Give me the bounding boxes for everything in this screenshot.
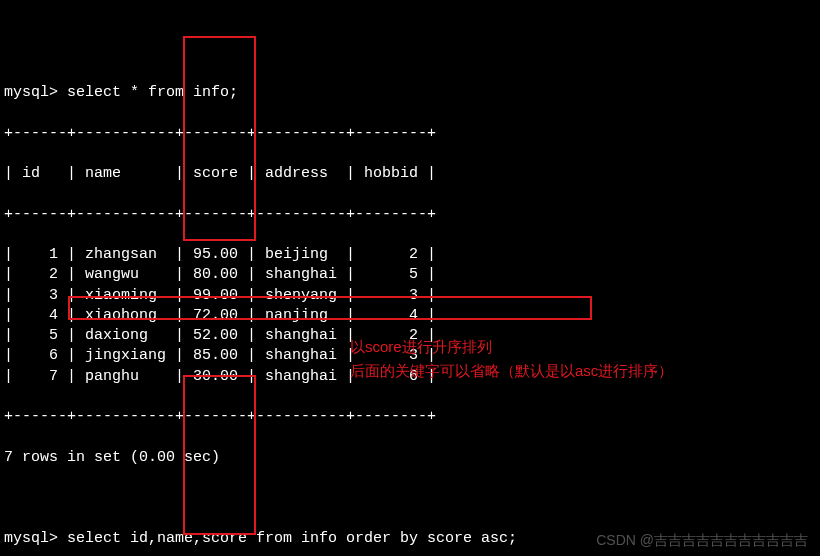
table-row: | 2 | wangwu | 80.00 | shanghai | 5 | — [4, 265, 820, 285]
blank-line — [4, 488, 820, 508]
query-line-1[interactable]: mysql> select * from info; — [4, 83, 820, 103]
table-row: | 3 | xiaoming | 99.00 | shenyang | 3 | — [4, 286, 820, 306]
table-separator: +------+-----------+-------+----------+-… — [4, 407, 820, 427]
table-row: | 4 | xiaohong | 72.00 | nanjing | 4 | — [4, 306, 820, 326]
annotation-text: 以score进行升序排列 后面的关键字可以省略（默认是以asc进行排序） — [350, 335, 770, 383]
table-row: | 1 | zhangsan | 95.00 | beijing | 2 | — [4, 245, 820, 265]
table-separator: +------+-----------+-------+----------+-… — [4, 205, 820, 225]
sql-query-2: select id,name,score from info order by … — [67, 530, 517, 547]
sql-query-1: select * from info; — [67, 84, 238, 101]
table-separator: +------+-----------+-------+----------+-… — [4, 124, 820, 144]
watermark: CSDN @吉吉吉吉吉吉吉吉吉吉吉 — [596, 531, 808, 550]
table-header-row-1: | id | name | score | address | hobbid | — [4, 164, 820, 184]
annotation-line-1: 以score进行升序排列 — [350, 335, 770, 359]
prompt: mysql> — [4, 530, 58, 547]
annotation-line-2: 后面的关键字可以省略（默认是以asc进行排序） — [350, 359, 770, 383]
result-message-1: 7 rows in set (0.00 sec) — [4, 448, 820, 468]
prompt: mysql> — [4, 84, 58, 101]
